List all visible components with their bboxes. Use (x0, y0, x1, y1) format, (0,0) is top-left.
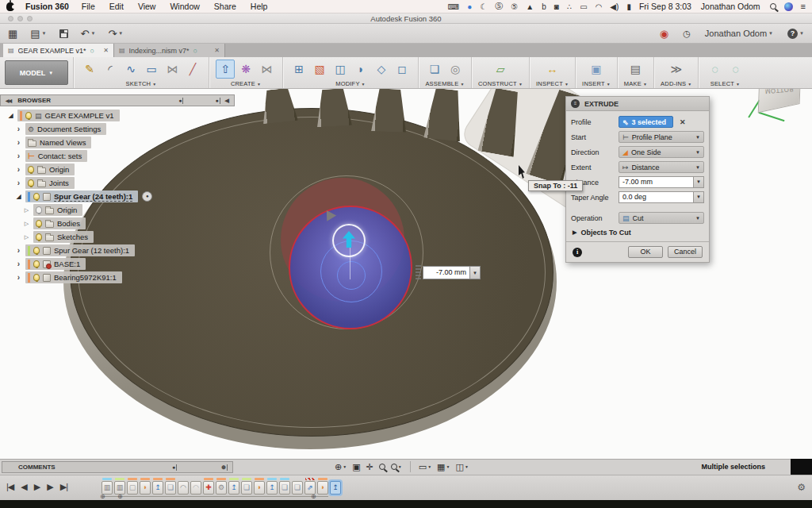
look-at-icon[interactable]: ▣ (352, 462, 360, 472)
distance-value-input[interactable]: -7.00 mm (423, 266, 470, 279)
panel-slider-marker[interactable]: ● (215, 98, 220, 104)
timeline-feature-icon[interactable]: ◗ (140, 481, 151, 495)
start-dropdown[interactable]: ⊢Profile Plane▼ (619, 131, 704, 143)
volume-status-icon[interactable]: ◀) (610, 2, 619, 11)
orbit-icon[interactable]: ⊕▼ (335, 462, 347, 472)
ribbon-group-label[interactable]: SKETCH▼ (126, 79, 157, 88)
ribbon-group-label[interactable]: MODIFY▼ (335, 79, 366, 88)
menu-share[interactable]: Share (214, 2, 236, 11)
timeline-feature-icon[interactable]: ▢ (127, 481, 138, 495)
data-panel-grid-icon[interactable]: ▦ (8, 28, 17, 40)
objects-to-cut-row[interactable]: ▶ Objects To Cut (566, 225, 709, 241)
browser-item[interactable]: ›⊢Contact: sets (0, 149, 235, 163)
browser-item[interactable]: ›Origin (0, 163, 235, 176)
drag-grip-icon[interactable] (416, 265, 421, 279)
browser-sphere-status-icon[interactable]: ● (467, 2, 472, 11)
visibility-bulb-icon[interactable] (28, 166, 34, 173)
ribbon-group-label[interactable]: SELECT▼ (710, 79, 741, 88)
extent-dropdown[interactable]: ↦Distance▼ (619, 161, 704, 173)
grid-display-icon[interactable]: ▦▼ (437, 462, 450, 472)
trim-icon[interactable]: ╱ (183, 60, 202, 79)
timeline-feature-icon[interactable]: ↥ (266, 481, 278, 495)
timeline-feature-revolve[interactable]: ◠ (178, 478, 189, 495)
ribbon-group-label[interactable]: CONSTRUCT▼ (478, 79, 523, 88)
visibility-bulb-icon[interactable] (36, 220, 42, 227)
shield-s-status-icon[interactable]: Ⓢ (495, 1, 503, 12)
timeline-feature-icon[interactable]: ❏ (165, 481, 176, 495)
timeline-feature-icon[interactable]: ◠ (190, 481, 201, 495)
ribbon-group-label[interactable]: ADD-INS▼ (661, 79, 691, 88)
browser-item[interactable]: ▷Origin (0, 203, 235, 217)
visibility-bulb-icon[interactable] (33, 260, 40, 267)
display-settings-icon[interactable]: ▭▼ (419, 462, 431, 472)
workspace-selector-button[interactable]: MODEL▼ (5, 60, 68, 85)
timeline-feature-icon[interactable]: ❏ (241, 481, 252, 495)
app-5-status-icon[interactable]: ⑤ (511, 2, 518, 11)
visibility-bulb-icon[interactable] (33, 193, 40, 200)
expand-tree-icon[interactable]: › (14, 179, 23, 187)
spinner-dropdown-icon[interactable]: ▼ (694, 176, 704, 188)
collapse-arrow-icon[interactable]: ◀ (225, 98, 229, 104)
menu-window[interactable]: Window (170, 2, 199, 11)
timeline-settings-gear-icon[interactable]: ⚙ (797, 482, 806, 493)
step-forward-button[interactable]: ▶ (47, 482, 52, 492)
profile-selection-chip[interactable]: ⇖3 selected (619, 116, 673, 128)
shell-icon[interactable]: ◻ (393, 60, 412, 79)
record-icon[interactable]: ◉ (660, 28, 668, 40)
ribbon-group-label[interactable]: INSPECT▼ (536, 79, 569, 88)
timeline-marker-icon[interactable]: ⊕ (311, 493, 316, 500)
timeline-feature-extrude-editing[interactable]: ↥ (330, 478, 341, 495)
visibility-bulb-icon[interactable] (25, 112, 32, 119)
ribbon-group-label[interactable]: CREATE▼ (231, 79, 261, 88)
rectangle-icon[interactable]: ▭ (142, 60, 161, 79)
dialog-grip-icon[interactable]: ≡ (571, 99, 580, 108)
wifi-status-icon[interactable]: ◠ (596, 2, 603, 11)
timeline-feature-icon[interactable]: ◠ (178, 481, 189, 495)
mirror-feature-icon[interactable]: ⋈ (257, 60, 276, 79)
appearance-icon[interactable]: ▧ (310, 60, 329, 79)
joint-icon[interactable]: ◎ (446, 60, 465, 79)
timeline-feature-component[interactable]: ▥ (102, 478, 113, 495)
timeline-feature-body[interactable]: ❏ (165, 478, 176, 495)
battery-status-icon[interactable]: ▮ (626, 2, 631, 11)
timeline-marker-icon[interactable]: ⊕ (100, 493, 105, 500)
coil-icon[interactable]: ❋ (236, 60, 255, 79)
timeline-feature-icon[interactable]: ↥ (330, 481, 341, 495)
play-button[interactable]: ▶ (34, 482, 40, 492)
spinner-dropdown-icon[interactable]: ▼ (694, 191, 704, 203)
browser-item[interactable]: ›Named Views (0, 136, 235, 149)
file-menu-icon[interactable]: ▤▼ (30, 28, 46, 40)
panel-slider-marker[interactable]: ⊕ (221, 464, 228, 471)
expand-tree-icon[interactable]: › (14, 260, 23, 268)
close-tab-icon[interactable]: ✕ (103, 47, 109, 54)
expand-tree-icon[interactable]: ▷ (22, 207, 31, 214)
zoom-window-button[interactable] (27, 16, 33, 21)
go-to-end-button[interactable]: ▶| (60, 482, 67, 492)
fillet-icon[interactable]: ◗ (351, 60, 370, 79)
timeline-feature-pin[interactable]: ✚ (203, 478, 214, 495)
measure-icon[interactable]: ↔ (543, 60, 562, 79)
comments-panel-header[interactable]: COMMENTS ● ⊕ (2, 461, 233, 473)
assistant-status-icon[interactable]: ∴ (567, 2, 572, 11)
mirror-icon[interactable]: ⋈ (163, 60, 182, 79)
menubar-clock[interactable]: Fri Sep 8 3:03 (639, 2, 691, 11)
browser-item[interactable]: ›BASE:1 (0, 257, 235, 271)
distance-dropdown-button[interactable]: ▼ (470, 266, 481, 279)
help-menu[interactable]: ?▼ (787, 29, 804, 39)
distance-input[interactable]: -7.00 mm (619, 176, 694, 188)
collapse-panel-icon[interactable]: ◀◀ (6, 98, 11, 103)
pan-icon[interactable]: ✛ (366, 462, 373, 472)
new-component-icon[interactable]: ❏ (425, 60, 444, 79)
extrude-dialog-header[interactable]: ≡ EXTRUDE (566, 97, 709, 111)
collapse-tree-icon[interactable]: ◢ (6, 112, 15, 119)
timeline-feature-body[interactable]: ❏ (241, 478, 252, 495)
expand-tree-icon[interactable]: › (14, 165, 23, 174)
timeline-feature-export[interactable]: ⇗ (304, 478, 316, 495)
apple-menu-icon[interactable] (6, 2, 14, 11)
zoom-window-icon[interactable]: ▼ (391, 464, 402, 470)
timeline-feature-extrude[interactable]: ↥ (228, 478, 239, 495)
timeline-feature-body[interactable]: ❏ (292, 478, 303, 495)
visibility-bulb-icon[interactable] (36, 206, 42, 214)
moon-status-icon[interactable]: ☾ (480, 2, 487, 11)
browser-item[interactable]: ›Spur Gear (12 teeth):1 (0, 244, 235, 257)
